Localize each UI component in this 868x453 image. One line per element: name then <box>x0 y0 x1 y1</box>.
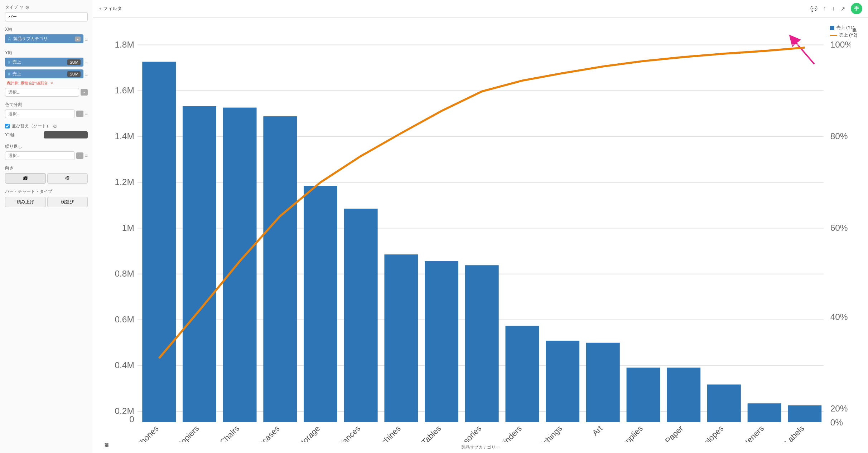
help-icon[interactable]: ? <box>20 5 23 10</box>
bar-supplies <box>627 367 660 422</box>
color-section: 色で分割 - ≡ <box>5 102 88 118</box>
direction-section: 向き 縦 横 <box>5 165 88 184</box>
filter-plus-icon: + <box>99 6 102 11</box>
type-select[interactable]: バー <box>5 12 88 21</box>
share-icon[interactable]: ↑ <box>823 5 826 12</box>
svg-text:Fasteners: Fasteners <box>734 424 766 443</box>
svg-text:40%: 40% <box>830 312 848 322</box>
sort-axis-text: Y1軸 <box>5 132 42 138</box>
bar-tables <box>425 261 458 422</box>
sort-section: 並び替え（ソート） ⚙ Y1軸 DESC <box>5 123 88 138</box>
chart-container: 売上 販売数 <box>104 25 857 450</box>
sort-label-text: 並び替え（ソート） <box>12 123 50 129</box>
svg-text:Paper: Paper <box>664 424 685 442</box>
color-select-minus[interactable]: - <box>76 111 83 117</box>
direction-label: 向き <box>5 165 88 171</box>
bar-machines <box>384 254 418 422</box>
svg-text:Phones: Phones <box>135 424 160 443</box>
svg-text:Envelopes: Envelopes <box>692 424 725 443</box>
chart-type-section: バー・チャート・タイプ 積み上げ 横並び <box>5 189 88 207</box>
svg-text:Chairs: Chairs <box>218 424 241 443</box>
sort-checkbox[interactable] <box>5 124 10 128</box>
dir-horizontal-btn[interactable]: 横 <box>47 173 88 184</box>
chart-grouped-btn[interactable]: 横並び <box>47 197 88 207</box>
comment-icon[interactable]: 💬 <box>810 5 818 12</box>
x-field[interactable]: A 製品サブカテゴリ· - <box>5 34 83 43</box>
chart-area: 売上 (Y1) 売上 (Y2) 売上 販売数 <box>93 18 868 453</box>
svg-text:Furnishings: Furnishings <box>528 424 564 443</box>
bar-envelopes <box>707 385 741 422</box>
bar-binders <box>505 326 539 422</box>
bar-paper <box>667 367 700 422</box>
x-axis-section: X軸 A 製品サブカテゴリ· - ≡ <box>5 26 88 45</box>
gear-icon[interactable]: ⚙ <box>25 5 30 10</box>
download-icon[interactable]: ↓ <box>832 5 835 12</box>
x-axis-label-text: X軸 <box>5 26 12 33</box>
x-axis-label: X軸 <box>5 26 88 33</box>
y-select-minus[interactable]: - <box>81 89 88 96</box>
bar-copiers <box>183 106 216 422</box>
y-axis-section: Y軸 # 売上 SUM ≡ # 売上 SUM ≡ 表計算: 累積合計値割合 × … <box>5 50 88 97</box>
repeat-label-text: 繰り返し <box>5 143 22 150</box>
bar-chairs <box>223 108 257 422</box>
x-field-type-icon: A <box>8 36 11 42</box>
chart-type-buttons: 積み上げ 横並び <box>5 197 88 207</box>
sort-gear-icon[interactable]: ⚙ <box>53 123 57 129</box>
x-drag-handle: ≡ <box>85 37 88 43</box>
chart-stacked-btn[interactable]: 積み上げ <box>5 197 46 207</box>
y1-hash: # <box>8 60 10 65</box>
avatar-letter: 手 <box>854 5 859 12</box>
color-label-text: 色で分割 <box>5 102 22 108</box>
filter-button[interactable]: + フィルタ <box>99 5 122 12</box>
svg-text:80%: 80% <box>830 131 848 141</box>
y2-name: 売上 <box>13 71 66 77</box>
y1-sum[interactable]: SUM <box>67 59 80 65</box>
type-select-row: バー <box>5 12 88 21</box>
sort-checkbox-row: 並び替え（ソート） ⚙ <box>5 123 57 129</box>
chart-type-label: バー・チャート・タイプ <box>5 189 88 195</box>
y1-drag-handle: ≡ <box>85 60 88 66</box>
calc-label: 表計算: 累積合計値割合 <box>6 81 48 85</box>
y-select-row: - <box>5 88 88 97</box>
calc-close[interactable]: × <box>50 81 53 85</box>
y-field-2[interactable]: # 売上 SUM <box>5 69 83 78</box>
repeat-select-input[interactable] <box>5 151 75 160</box>
avatar[interactable]: 手 <box>851 3 862 14</box>
color-label: 色で分割 <box>5 102 88 108</box>
svg-text:60%: 60% <box>830 223 848 233</box>
bar-accessories <box>465 265 499 422</box>
type-label: タイプ ? ⚙ <box>5 4 88 10</box>
bar-storage <box>304 186 337 422</box>
type-label-text: タイプ <box>5 4 18 10</box>
y2-hash: # <box>8 72 10 77</box>
y-select-input[interactable] <box>5 88 79 97</box>
y2-sum[interactable]: SUM <box>67 71 80 77</box>
bar-appliances <box>344 209 378 422</box>
svg-text:Copiers: Copiers <box>175 424 201 443</box>
sort-label: 並び替え（ソート） ⚙ <box>5 123 88 129</box>
svg-text:1M: 1M <box>122 223 134 233</box>
svg-text:0: 0 <box>129 414 134 424</box>
expand-icon[interactable]: ↗ <box>840 5 845 12</box>
svg-text:1.8M: 1.8M <box>115 40 134 49</box>
repeat-select-minus[interactable]: - <box>76 152 83 159</box>
svg-text:Machines: Machines <box>372 424 402 443</box>
topbar-icons: 💬 ↑ ↓ ↗ 手 <box>810 3 862 14</box>
repeat-section: 繰り返し - ≡ <box>5 143 88 160</box>
svg-text:1.6M: 1.6M <box>115 86 134 95</box>
svg-text:1.4M: 1.4M <box>115 131 134 141</box>
bar-bookcases <box>263 116 297 422</box>
x-field-remove[interactable]: - <box>75 36 81 42</box>
dir-vertical-btn[interactable]: 縦 <box>5 173 46 184</box>
y-field-1[interactable]: # 売上 SUM <box>5 58 83 67</box>
color-select-input[interactable] <box>5 109 75 118</box>
sort-order-btn[interactable]: DESC <box>44 131 88 138</box>
chart-inner: 1.8M 1.6M 1.4M 1.2M 1M 0.8M 0.6M 0.4M 0.… <box>111 25 850 450</box>
calc-text: 表計算: 累積合計値割合 × <box>5 81 88 86</box>
topbar: + フィルタ 💬 ↑ ↓ ↗ 手 <box>93 0 868 18</box>
color-drag: ≡ <box>85 111 88 117</box>
svg-text:0.8M: 0.8M <box>115 269 134 278</box>
svg-text:1.2M: 1.2M <box>115 177 134 187</box>
y2-drag-handle: ≡ <box>85 72 88 78</box>
svg-text:0%: 0% <box>830 418 843 427</box>
